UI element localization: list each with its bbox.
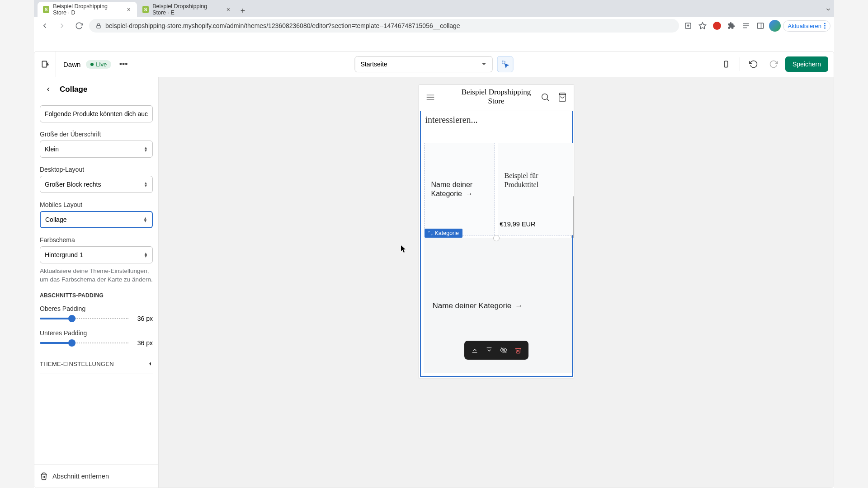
- collage-cell-category[interactable]: Name deiner Kategorie→: [425, 143, 495, 235]
- move-down-button[interactable]: [482, 343, 496, 357]
- remove-section-button[interactable]: Abschnitt entfernen: [34, 465, 158, 488]
- padding-header: ABSCHNITTS-PADDING: [40, 292, 153, 299]
- browser-tab[interactable]: S Beispiel Dropshipping Store · D ×: [38, 2, 137, 17]
- app-frame: Dawn Live ••• Startseite Speichern Coll: [34, 51, 834, 488]
- more-actions-button[interactable]: •••: [117, 57, 130, 71]
- back-icon[interactable]: [38, 19, 52, 33]
- svg-point-8: [824, 23, 826, 24]
- puzzle-icon[interactable]: [725, 19, 738, 32]
- svg-rect-6: [757, 23, 764, 28]
- cart-icon[interactable]: [557, 92, 567, 104]
- svg-point-10: [824, 28, 826, 29]
- live-badge: Live: [86, 60, 111, 69]
- select-caret-icon: ▲▼: [143, 217, 147, 222]
- color-scheme-help: Aktualisiere deine Theme-Einstellungen, …: [40, 267, 153, 284]
- color-scheme-label: Farbschema: [40, 236, 153, 244]
- browser-chrome: S Beispiel Dropshipping Store · D × S Be…: [34, 0, 834, 34]
- collage-cell-product[interactable]: Beispiel für Produkttitel €19,99 EUR: [498, 143, 573, 235]
- color-scheme-select[interactable]: Hintergrund 1 ▲▼: [40, 246, 153, 263]
- heading-size-select[interactable]: Klein ▲▼: [40, 141, 153, 158]
- reader-icon[interactable]: [740, 19, 752, 32]
- close-icon[interactable]: ×: [126, 6, 132, 13]
- tab-favicon: S: [43, 6, 49, 13]
- tab-title: Beispiel Dropshipping Store · D: [53, 3, 122, 16]
- save-button[interactable]: Speichern: [785, 56, 828, 72]
- top-padding-slider[interactable]: [40, 318, 128, 319]
- resize-handle[interactable]: [493, 235, 500, 241]
- update-button[interactable]: Aktualisieren: [783, 20, 830, 32]
- search-icon[interactable]: [540, 92, 550, 104]
- chevron-left-icon: [147, 361, 153, 366]
- svg-rect-11: [42, 61, 47, 67]
- browser-tab[interactable]: S Beispiel Dropshipping Store · E ×: [137, 2, 236, 17]
- theme-name: Dawn: [63, 61, 80, 68]
- install-icon[interactable]: [682, 19, 694, 32]
- page-selector[interactable]: Startseite: [355, 56, 493, 72]
- app-topbar: Dawn Live ••• Startseite Speichern: [34, 52, 834, 77]
- preview-brand: Beispiel Dropshipping Store: [458, 88, 535, 105]
- exit-editor-button[interactable]: [34, 52, 56, 77]
- reload-icon[interactable]: [72, 19, 86, 33]
- top-padding-label: Oberes Padding: [40, 305, 153, 312]
- product-price: €19,99 EUR: [500, 221, 536, 228]
- select-caret-icon: ▲▼: [144, 252, 148, 258]
- profile-avatar[interactable]: [769, 19, 781, 32]
- theme-settings-toggle[interactable]: THEME-EINSTELLUNGEN: [40, 354, 153, 374]
- new-tab-button[interactable]: +: [236, 5, 249, 17]
- svg-point-9: [824, 25, 826, 27]
- select-caret-icon: ▲▼: [144, 182, 148, 187]
- svg-rect-0: [97, 25, 100, 28]
- tab-title: Beispiel Dropshipping Store · E: [152, 3, 222, 16]
- undo-button[interactable]: [745, 56, 762, 72]
- desktop-layout-select[interactable]: Großer Block rechts ▲▼: [40, 176, 153, 193]
- bottom-padding-slider[interactable]: [40, 342, 128, 344]
- heading-input[interactable]: [40, 105, 153, 122]
- hamburger-icon[interactable]: [425, 92, 435, 104]
- mobile-preview[interactable]: Beispiel Dropshipping Store interessiere…: [419, 84, 574, 378]
- svg-marker-13: [482, 63, 486, 65]
- block-badge[interactable]: Kategorie: [425, 229, 463, 238]
- svg-marker-2: [699, 23, 706, 29]
- tab-favicon: S: [142, 6, 149, 13]
- svg-point-21: [542, 94, 547, 99]
- move-up-button[interactable]: [468, 343, 481, 357]
- sidebar-title: Collage: [60, 85, 87, 94]
- kebab-icon: [824, 23, 826, 29]
- select-caret-icon: ▲▼: [144, 146, 148, 152]
- hide-button[interactable]: [497, 343, 510, 357]
- bookmark-icon[interactable]: [696, 19, 709, 32]
- block-floating-toolbar: [464, 341, 528, 360]
- extension-icon[interactable]: [711, 19, 723, 32]
- top-padding-value: 36 px: [133, 315, 153, 322]
- preview-header: Beispiel Dropshipping Store: [419, 85, 574, 111]
- delete-button[interactable]: [511, 343, 525, 357]
- mobile-layout-select[interactable]: Collage ▲▼: [40, 211, 153, 228]
- arrow-right-icon: →: [515, 301, 523, 310]
- sidebar: Collage Größe der Überschrift Klein ▲▼ D…: [34, 77, 159, 488]
- inspector-toggle[interactable]: [497, 56, 514, 72]
- redo-button[interactable]: [765, 56, 782, 72]
- preview-section-heading: interessieren...: [425, 115, 478, 125]
- expand-icon: [428, 231, 433, 235]
- url-bar[interactable]: beispiel-dropshipping-store.myshopify.co…: [89, 19, 679, 33]
- sidebar-back-button[interactable]: [42, 84, 54, 95]
- heading-size-label: Größe der Überschrift: [40, 131, 153, 138]
- url-text: beispiel-dropshipping-store.myshopify.co…: [105, 22, 460, 29]
- lock-icon: [95, 23, 102, 29]
- chevron-down-icon: [481, 61, 487, 67]
- close-icon[interactable]: ×: [226, 6, 231, 13]
- desktop-layout-label: Desktop-Layout: [40, 166, 153, 173]
- svg-line-22: [547, 99, 549, 101]
- url-bar-row: beispiel-dropshipping-store.myshopify.co…: [34, 17, 834, 34]
- bottom-padding-value: 36 px: [133, 339, 153, 347]
- tabs-dropdown-icon[interactable]: [825, 6, 831, 14]
- trash-icon: [40, 472, 48, 480]
- mobile-layout-label: Mobiles Layout: [40, 201, 153, 208]
- sidepanel-icon[interactable]: [754, 19, 767, 32]
- forward-icon[interactable]: [55, 19, 69, 33]
- bottom-padding-label: Unteres Padding: [40, 329, 153, 337]
- canvas: Beispiel Dropshipping Store interessiere…: [159, 77, 834, 488]
- mobile-view-button[interactable]: [718, 56, 734, 72]
- arrow-right-icon: →: [466, 190, 473, 197]
- tab-strip: S Beispiel Dropshipping Store · D × S Be…: [34, 0, 834, 17]
